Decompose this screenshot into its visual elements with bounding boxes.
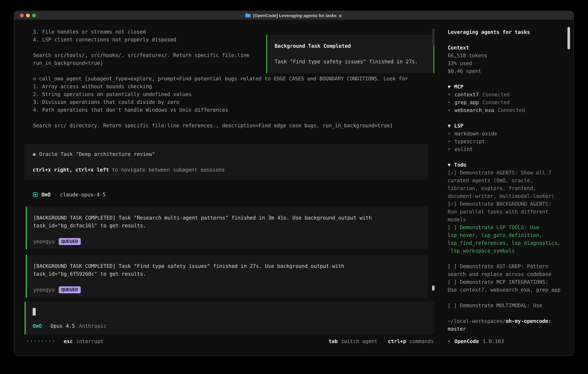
- separator-dot: ·: [54, 192, 57, 197]
- window-titlebar[interactable]: [OpenCode] Leveraging agents for tasks ◐: [14, 11, 574, 20]
- bullet-icon: •: [448, 92, 451, 97]
- message-line: [BACKGROUND TASK COMPLETED] Task "Resear…: [33, 214, 422, 222]
- message-block: [BACKGROUND TASK COMPLETED] Task "Find t…: [26, 255, 428, 298]
- lsp-item: •markdown-oxide: [448, 130, 563, 138]
- mcp-heading[interactable]: ▼MCP: [448, 83, 563, 91]
- app-name: OpenCode: [454, 338, 479, 344]
- oracle-shortcut-keys: ctrl+x right, ctrl+x left: [33, 167, 109, 173]
- tool-call-line: ⚙call_omo_agent [subagent_type=explore, …: [33, 75, 442, 83]
- session-indicator-icon: ◐: [339, 13, 342, 18]
- workspace-info: ~/local-workspaces/oh-my-opencode: maste…: [448, 317, 563, 333]
- minimize-button[interactable]: [26, 13, 30, 17]
- tool-call-text: call_omo_agent [subagent_type=explore, p…: [39, 76, 408, 82]
- todo-item: [ ] Demonstrate LSP TOOLS: Use lsp_hover…: [448, 224, 563, 255]
- input-meta: OmO Opus 4.5 Anthropic: [33, 322, 427, 330]
- sidebar-scrollbar-thumb[interactable]: [567, 27, 570, 50]
- message-block: [BACKGROUND TASK COMPLETED] Task "Resear…: [26, 207, 428, 249]
- agent-name: OmO: [41, 192, 51, 197]
- close-button[interactable]: [20, 13, 24, 17]
- input-agent-name: OmO: [33, 323, 42, 329]
- esc-action-label: interrupt: [76, 338, 104, 344]
- todo-item: [ ] Demonstrate MCP INTEGRATIONS: Use co…: [448, 278, 563, 294]
- terminal-line: 1. Array access without bounds checking: [33, 83, 442, 91]
- agent-header: OmO · claude-opus-4-5: [33, 191, 442, 198]
- session-sidebar: Leveraging agents for tasks Context 66,5…: [442, 20, 574, 355]
- terminal-line: [33, 114, 442, 122]
- todo-section: ▼Todo [✓] Demonstrate AGENTS: Show all 7…: [448, 161, 563, 310]
- input-model-name: Opus 4.5: [51, 323, 75, 329]
- chat-main-area: 3. File handles or streams not closed 4.…: [14, 20, 442, 355]
- prompt-input[interactable]: OmO Opus 4.5 Anthropic: [25, 302, 434, 334]
- todo-item: [ ] Demonstrate MULTIMODAL: Use: [448, 302, 563, 310]
- terminal-line: 2. String operations on potentially unde…: [33, 91, 442, 98]
- mcp-item: •websearch_exaConnected: [448, 106, 563, 114]
- context-tokens: 66,518 tokens: [448, 52, 563, 60]
- context-section: Context 66,518 tokens 33% used $0.46 spe…: [448, 44, 563, 75]
- folder-icon: [245, 13, 251, 17]
- workspace-branch: master: [448, 325, 563, 333]
- bullet-icon: •: [448, 131, 451, 136]
- bullet-icon: •: [448, 146, 451, 152]
- commands-action-label: commands: [409, 338, 434, 344]
- workspace-repo: oh-my-opencode:: [505, 318, 551, 324]
- esc-key-hint: esc: [64, 338, 73, 344]
- terminal-line: 3. Division operations that could divide…: [33, 98, 442, 106]
- status-bar: •••••••• esc interrupt tab switch agent …: [14, 337, 442, 345]
- mcp-status: Connected: [498, 107, 525, 113]
- mcp-section: ▼MCP •context7Connected •grep_appConnect…: [448, 83, 563, 114]
- terminal-line: 4. Path operations that don't handle Win…: [33, 106, 442, 114]
- bullet-icon: •: [448, 100, 451, 105]
- message-spacer: [33, 230, 422, 238]
- terminal-window: [OpenCode] Leveraging agents for tasks ◐…: [14, 11, 574, 356]
- message-line: task_id="bg_dcfac161" to get results.: [33, 222, 422, 230]
- toast-spacer: [275, 50, 428, 58]
- gear-icon: ⚙: [33, 76, 36, 82]
- zoom-button[interactable]: [32, 13, 36, 17]
- context-spent: $0.46 spent: [448, 67, 563, 75]
- queued-badge: QUEUED: [59, 286, 81, 293]
- tab-action-label: switch agent: [341, 338, 378, 344]
- todo-item: [✓] Demonstrate BACKGROUND AGENTS: Run p…: [448, 200, 563, 224]
- bullet-icon: •: [448, 338, 451, 344]
- chevron-down-icon: ▼: [448, 123, 451, 129]
- message-line: [BACKGROUND TASK COMPLETED] Task "Find t…: [33, 262, 422, 270]
- toast-title: Background Task Completed: [275, 42, 428, 50]
- agent-model: claude-opus-4-5: [60, 192, 106, 197]
- main-scrollbar-thumb[interactable]: [432, 29, 435, 45]
- oracle-spacer: [33, 158, 420, 166]
- chevron-down-icon: ▼: [448, 84, 451, 90]
- terminal-line: Search src/ directory. Return specific f…: [33, 122, 442, 130]
- context-used: 33% used: [448, 60, 563, 67]
- toast-body: Task "Find type safety issues" finished …: [275, 58, 428, 66]
- lsp-item: •typescript: [448, 138, 563, 145]
- lsp-heading[interactable]: ▼LSP: [448, 122, 563, 130]
- session-title: Leveraging agents for tasks: [448, 28, 563, 36]
- lsp-section: ▼LSP •markdown-oxide •typescript •eslint: [448, 122, 563, 153]
- agent-square-icon: [33, 192, 38, 197]
- window-title: [OpenCode] Leveraging agents for tasks ◐: [245, 13, 342, 18]
- chevron-down-icon: ▼: [448, 162, 451, 168]
- queued-badge: QUEUED: [59, 238, 81, 245]
- app-version-number: 1.0.163: [483, 338, 504, 344]
- oracle-shortcut-hint: to navigate between subagent sessions: [109, 167, 225, 173]
- mcp-status: Connected: [482, 100, 510, 105]
- input-provider-name: Anthropic: [79, 323, 106, 329]
- app-version: • OpenCode 1.0.163: [448, 337, 504, 345]
- spinner-dots-icon: ••••••••: [27, 339, 56, 343]
- main-scrollbar-thumb[interactable]: [432, 285, 435, 291]
- context-heading: Context: [448, 44, 563, 52]
- message-author: yeongyu: [33, 239, 55, 244]
- message-line: task_id="bg_6f59260c" to get results.: [33, 270, 422, 278]
- todo-heading[interactable]: ▼Todo: [448, 161, 563, 169]
- workspace-path: ~/local-workspaces/: [448, 318, 505, 324]
- message-author: yeongyu: [33, 287, 55, 292]
- mcp-status: Connected: [482, 92, 510, 97]
- commands-key-hint: ctrl+p: [388, 338, 406, 344]
- todo-item: [ ] Demonstrate AST-GREP: Pattern search…: [448, 263, 563, 278]
- todo-item: [✓] Demonstrate AGENTS: Show all 7 curat…: [448, 169, 563, 200]
- mcp-item: •grep_appConnected: [448, 99, 563, 106]
- oracle-task-title: Oracle Task "Deep architecture review": [39, 151, 155, 157]
- window-title-text: [OpenCode] Leveraging agents for tasks: [253, 13, 336, 18]
- mcp-item: •context7Connected: [448, 91, 563, 99]
- traffic-lights: [20, 11, 36, 20]
